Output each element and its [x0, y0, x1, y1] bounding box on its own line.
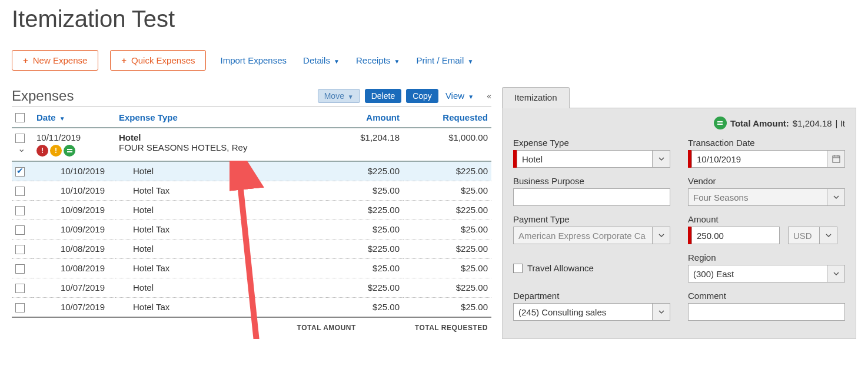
region-dropdown-button[interactable] — [827, 265, 845, 282]
chevron-down-icon[interactable]: ⌄ — [18, 144, 25, 154]
chevron-down-icon — [659, 232, 664, 238]
collapse-pane-icon[interactable]: « — [487, 91, 491, 101]
row-amount: $25.00 — [327, 298, 403, 318]
business-purpose-label: Business Purpose — [513, 176, 670, 186]
total-amount-summary: Total Amount: $1,204.18 | It — [513, 117, 845, 129]
caret-down-icon: ▼ — [334, 58, 340, 65]
payment-type-dropdown-button[interactable] — [653, 227, 670, 244]
row-date: 10/09/2019 — [33, 201, 115, 220]
row-requested: $25.00 — [403, 220, 491, 240]
row-date: 10/10/2019 — [33, 181, 115, 201]
row-checkbox[interactable] — [15, 284, 25, 293]
region-label: Region — [688, 252, 845, 262]
plus-icon: + — [121, 55, 127, 65]
transaction-date-input[interactable] — [691, 150, 827, 168]
svg-rect-2 — [833, 156, 840, 162]
total-amount-value: $1,204.18 — [793, 118, 832, 128]
details-menu[interactable]: Details ▼ — [301, 52, 342, 69]
row-checkbox[interactable] — [15, 303, 25, 312]
vendor-input[interactable] — [688, 188, 827, 206]
payment-type-input[interactable] — [513, 227, 653, 244]
chevron-down-icon — [833, 271, 839, 277]
field-amount: Amount — [688, 214, 845, 244]
row-requested: $25.00 — [403, 181, 491, 201]
print-email-label: Print / Email — [416, 55, 464, 65]
row-checkbox[interactable] — [15, 264, 25, 274]
view-menu[interactable]: View ▼ — [443, 87, 476, 104]
currency-dropdown-button[interactable] — [820, 227, 837, 244]
toolbar: + New Expense + Quick Expenses Import Ex… — [12, 50, 856, 71]
vendor-dropdown-button[interactable] — [827, 188, 845, 206]
amount-input[interactable] — [691, 227, 780, 244]
region-input[interactable] — [688, 265, 827, 282]
expense-group-row[interactable]: ⌄ 10/11/2019 ! ! Hotel FOUR — [12, 128, 491, 161]
col-expense-type[interactable]: Expense Type — [115, 107, 327, 128]
business-purpose-input[interactable] — [513, 188, 670, 206]
row-type: Hotel — [115, 161, 327, 181]
chevron-down-icon — [659, 156, 664, 162]
row-checkbox[interactable] — [15, 134, 25, 143]
select-all-checkbox[interactable] — [15, 113, 25, 122]
field-region: Region — [688, 252, 845, 282]
table-row[interactable]: 10/09/2019Hotel$225.00$225.00 — [12, 201, 491, 220]
row-amount: $225.00 — [327, 278, 403, 298]
row-date: 10/08/2019 — [33, 259, 115, 278]
col-requested[interactable]: Requested — [403, 107, 491, 128]
details-label: Details — [303, 55, 330, 65]
table-row[interactable]: 10/10/2019Hotel Tax$25.00$25.00 — [12, 181, 491, 201]
import-expenses-link[interactable]: Import Expenses — [218, 52, 289, 69]
table-row[interactable]: 10/08/2019Hotel Tax$25.00$25.00 — [12, 259, 491, 278]
caret-down-icon: ▼ — [467, 58, 473, 65]
field-department: Department — [513, 291, 670, 321]
move-button[interactable]: Move ▼ — [318, 89, 360, 103]
department-input[interactable] — [513, 303, 653, 321]
new-expense-button[interactable]: + New Expense — [12, 50, 98, 71]
travel-allowance-checkbox[interactable] — [513, 264, 523, 273]
field-expense-type: Expense Type — [513, 138, 670, 168]
currency-input[interactable] — [788, 227, 820, 244]
row-type: Hotel Tax — [115, 259, 327, 278]
table-row[interactable]: 10/08/2019Hotel$225.00$225.00 — [12, 240, 491, 259]
field-comment: Comment — [688, 291, 845, 321]
expenses-table: Date ▼ Expense Type Amount Requested ⌄ — [12, 107, 491, 318]
field-payment-type: Payment Type — [513, 214, 670, 244]
col-date[interactable]: Date ▼ — [33, 107, 115, 128]
table-row[interactable]: 10/10/2019Hotel$225.00$225.00 — [12, 161, 491, 181]
calendar-icon — [832, 155, 840, 163]
row-checkbox[interactable] — [15, 206, 25, 215]
row-checkbox[interactable] — [15, 225, 25, 235]
expense-type-input[interactable] — [517, 150, 653, 168]
row-checkbox[interactable] — [15, 245, 25, 254]
print-email-menu[interactable]: Print / Email ▼ — [414, 52, 475, 69]
copy-button[interactable]: Copy — [406, 89, 438, 103]
table-row[interactable]: 10/07/2019Hotel$225.00$225.00 — [12, 278, 491, 298]
row-checkbox[interactable] — [15, 187, 25, 196]
quick-expenses-button[interactable]: + Quick Expenses — [110, 50, 206, 71]
receipts-label: Receipts — [356, 55, 390, 65]
chevron-down-icon — [659, 309, 664, 315]
delete-button[interactable]: Delete — [365, 89, 401, 103]
department-dropdown-button[interactable] — [653, 303, 670, 321]
travel-allowance-label: Travel Allowance — [527, 263, 594, 273]
row-checkbox[interactable] — [15, 167, 25, 177]
calendar-button[interactable] — [827, 150, 845, 168]
group-type: Hotel — [119, 132, 323, 142]
tab-itemization[interactable]: Itemization — [502, 87, 570, 108]
group-vendor: FOUR SEASONS HOTELS, Rey — [119, 142, 323, 152]
expense-type-dropdown-button[interactable] — [653, 150, 670, 168]
receipts-menu[interactable]: Receipts ▼ — [354, 52, 402, 69]
plus-icon: + — [23, 55, 28, 65]
new-expense-label: New Expense — [33, 55, 88, 65]
table-row[interactable]: 10/09/2019Hotel Tax$25.00$25.00 — [12, 220, 491, 240]
group-requested: $1,000.00 — [403, 128, 491, 161]
row-type: Hotel Tax — [115, 298, 327, 318]
col-amount[interactable]: Amount — [327, 107, 403, 128]
row-requested: $225.00 — [403, 201, 491, 220]
row-requested: $25.00 — [403, 298, 491, 318]
comment-input[interactable] — [688, 303, 845, 321]
field-transaction-date: Transaction Date — [688, 138, 845, 168]
row-amount: $25.00 — [327, 181, 403, 201]
table-row[interactable]: 10/07/2019Hotel Tax$25.00$25.00 — [12, 298, 491, 318]
row-amount: $225.00 — [327, 240, 403, 259]
field-vendor: Vendor — [688, 176, 845, 206]
